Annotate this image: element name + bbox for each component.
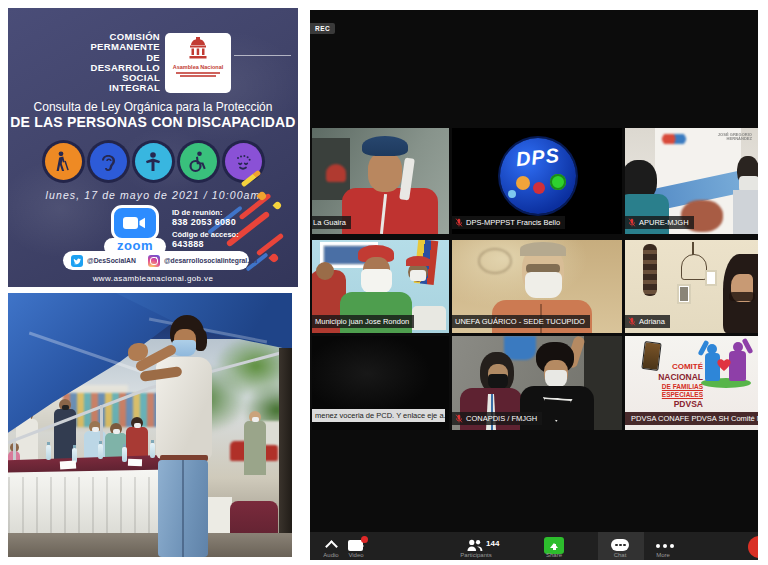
participant-tile[interactable]: CONAPDIS / FMJGH: [452, 336, 622, 430]
banner-text: JOSÉ GREGORIO HERNÁNDEZ: [718, 132, 752, 141]
participant-name: CONAPDIS / FMJGH: [466, 414, 537, 423]
participant-name: UNEFA GUÁRICO - SEDE TUCUPIDO: [455, 317, 585, 326]
participant-name: PDVSA CONAFE PDVSA SH Comité Na: [631, 414, 758, 423]
muted-mic-icon: [455, 218, 463, 227]
wall-detail: [478, 248, 512, 274]
participant-name: APURE-MJGH: [639, 218, 689, 227]
asamblea-nacional-logo: Asamblea Nacional: [165, 33, 231, 93]
left-person-head: [316, 262, 334, 280]
twitter-icon: [71, 255, 83, 267]
participant-name-label: CONAPDIS / FMJGH: [452, 412, 542, 425]
meeting-toolbar: Audio Video 144 Participants Share Chat …: [310, 532, 758, 560]
water-bottle: [98, 444, 103, 459]
recording-indicator: REC: [310, 23, 335, 34]
more-options-icon[interactable]: [656, 544, 660, 548]
divider-line: [234, 55, 291, 56]
participant-name-label: DPS-MPPPST Francis Bello: [452, 216, 565, 229]
logo-line: NACIONAL: [631, 372, 703, 383]
plastic-chair: [412, 306, 446, 330]
jeans-seam: [182, 460, 184, 557]
participant-name-label: UNEFA GUÁRICO - SEDE TUCUPIDO: [452, 315, 590, 328]
participant-tile[interactable]: COMITÉ NACIONAL DE FAMILIAS ESPECIALES P…: [625, 336, 758, 430]
flyer-subtitle-1: Consulta de Ley Orgánica para la Protecc…: [8, 100, 298, 114]
picture-frame: [677, 284, 691, 304]
black-mask: [488, 374, 508, 389]
right-person-mask: [410, 270, 426, 281]
meeting-id-value: 838 2053 6080: [172, 217, 239, 227]
instagram-handle: @desarrollosocialintegral.an: [164, 257, 257, 264]
hands: [128, 343, 148, 361]
decor-red-drop: [268, 252, 279, 263]
logo-green-dot: [550, 174, 566, 190]
event-flyer: COMISIÓN PERMANENTE DE DESARROLLO SOCIAL…: [8, 8, 298, 287]
participant-name-label: Municipio juan Jose Rondon: [312, 315, 414, 328]
decor-yellow-drop: [273, 201, 283, 211]
video-gallery: La Guaira DPS DPS-MPPPST Francis Bello J…: [310, 128, 758, 430]
bell-hanger: [692, 242, 694, 255]
participant-name-label: PDVSA CONAFE PDVSA SH Comité Na: [625, 412, 758, 425]
tree-trunk: [279, 348, 292, 557]
social-media-bar: @DesSocialAN @desarrollosocialintegral.a…: [63, 251, 249, 270]
picture-frame: [705, 270, 717, 286]
blind-person-icon: [45, 143, 82, 180]
leave-meeting-button[interactable]: [748, 536, 758, 558]
logo-fineprint: [176, 72, 220, 77]
participant-tile[interactable]: JOSÉ GREGORIO HERNÁNDEZ APURE-MJGH: [625, 128, 758, 234]
muted-mic-icon: [628, 317, 636, 326]
chat-icon[interactable]: [611, 539, 629, 551]
logo-line: COMITÉ: [631, 362, 703, 372]
decor-red-dash: [256, 233, 284, 257]
participant-tile[interactable]: Municipio juan Jose Rondon: [312, 240, 449, 333]
hearing-icon: [90, 143, 127, 180]
wheelchair-icon: [180, 143, 217, 180]
face-mask: [525, 272, 562, 298]
participant-tile[interactable]: La Guaira: [312, 128, 449, 234]
right-person-cap: [406, 256, 430, 266]
participant-tile[interactable]: Adriana: [625, 240, 758, 333]
zoom-camera-icon: [111, 205, 159, 241]
dps-logo: DPS: [500, 138, 576, 214]
share-button-label[interactable]: Share: [527, 552, 581, 558]
logo-orange-dot: [516, 176, 530, 190]
instagram-icon: [148, 255, 160, 267]
participant-name: menez voceria de PCD. Y enlace eje a...: [315, 411, 445, 420]
video-alert-badge: [361, 536, 368, 543]
logo-org-name: Asamblea Nacional: [165, 64, 231, 70]
participant-name: Municipio juan Jose Rondon: [315, 317, 409, 326]
logo-line: PDVSA: [631, 399, 703, 410]
participant-count: 144: [486, 539, 499, 548]
audio-options-chevron-icon[interactable]: [325, 540, 338, 553]
red-shirt: [342, 188, 438, 234]
participants-button-label[interactable]: Participants: [449, 552, 503, 558]
banner-logo: [661, 134, 687, 144]
participant-tile[interactable]: DPS DPS-MPPPST Francis Bello: [452, 128, 622, 234]
flyer-subtitle-2: DE LAS PERSONAS CON DISCAPACIDAD: [8, 114, 298, 130]
paper-sheet: [60, 461, 76, 470]
face: [368, 152, 402, 192]
participant-name-label: menez voceria de PCD. Y enlace eje a...: [312, 409, 445, 422]
participants-icon[interactable]: [466, 539, 483, 552]
participant-tile[interactable]: menez voceria de PCD. Y enlace eje a...: [312, 336, 449, 430]
wall-ornament: [643, 244, 657, 296]
logo-heart: [715, 356, 733, 372]
participant-name-label: Adriana: [625, 315, 670, 328]
pdvsa-logo-text: COMITÉ NACIONAL DE FAMILIAS ESPECIALES P…: [631, 362, 703, 410]
participant-name-label: APURE-MJGH: [625, 216, 694, 229]
participant-name: Adriana: [639, 317, 665, 326]
muted-mic-icon: [628, 218, 636, 227]
logo-blue-dot: [508, 190, 516, 198]
commission-title: COMISIÓN PERMANENTE DE DESARROLLO SOCIAL…: [90, 32, 160, 94]
access-code-label: Código de acceso:: [172, 230, 239, 239]
event-date: lunes, 17 de mayo de 2021 / 10:00am: [8, 189, 298, 201]
participant-name: DPS-MPPPST Francis Bello: [466, 218, 560, 227]
bell-decoration: [681, 254, 707, 280]
blue-cap: [362, 136, 408, 156]
person-icon: [135, 143, 172, 180]
participant-name: La Guaira: [313, 218, 346, 227]
bystander: [244, 411, 266, 475]
video-button-label[interactable]: Video: [329, 552, 383, 558]
more-button-label[interactable]: More: [636, 552, 690, 558]
website-url: www.asambleanacional.gob.ve: [8, 274, 298, 283]
zoom-meeting-window: REC La Guaira DPS DPS-MPP: [310, 10, 758, 560]
participant-tile[interactable]: UNEFA GUÁRICO - SEDE TUCUPIDO: [452, 240, 622, 333]
